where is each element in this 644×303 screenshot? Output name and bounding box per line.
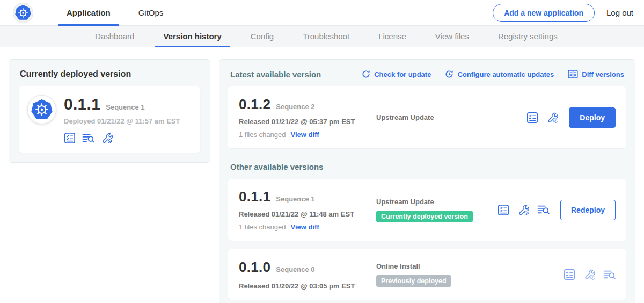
top-nav: Application GitOps Add a new application… xyxy=(0,0,644,26)
deploy-button[interactable]: Deploy xyxy=(569,107,616,128)
view-diff-link[interactable]: View diff xyxy=(290,223,319,231)
view-diff-link[interactable]: View diff xyxy=(290,131,319,139)
subtab-license-label: License xyxy=(378,32,406,41)
preflight-checks-icon[interactable] xyxy=(64,132,76,144)
subtab-dashboard-label: Dashboard xyxy=(95,32,134,41)
version-source-label: Online Install xyxy=(376,262,564,270)
edit-config-icon[interactable] xyxy=(546,112,558,124)
version-source-label: Upstream Update xyxy=(376,198,497,206)
auto-update-icon xyxy=(445,70,453,78)
add-application-button[interactable]: Add a new application xyxy=(493,4,595,22)
version-card-0-1-0: 0.1.0 Sequence 0 Released 01/20/22 @ 03:… xyxy=(228,249,626,300)
deployed-sequence-label: Sequence 1 xyxy=(106,103,144,111)
files-changed-label: 1 files changed xyxy=(239,131,286,139)
preflight-checks-icon[interactable] xyxy=(526,112,538,124)
subtab-version-history[interactable]: Version history xyxy=(149,26,236,47)
preflight-checks-icon[interactable] xyxy=(497,204,509,216)
other-versions-heading: Other available versions xyxy=(230,162,624,171)
version-number: 0.1.1 xyxy=(239,189,270,205)
sequence-label: Sequence 2 xyxy=(276,103,314,111)
edit-config-icon[interactable] xyxy=(101,132,113,144)
deploy-logs-icon[interactable] xyxy=(603,269,616,280)
main-content: Currently deployed version 0.1.1 Sequenc… xyxy=(0,47,644,303)
app-logo xyxy=(27,95,56,124)
available-versions-panel: Latest available version Check for updat… xyxy=(219,59,635,303)
currently-deployed-panel: Currently deployed version 0.1.1 Sequenc… xyxy=(9,59,210,163)
subtab-version-history-label: Version history xyxy=(163,32,221,41)
check-for-update-link[interactable]: Check for update xyxy=(362,70,431,78)
subtab-config-label: Config xyxy=(251,32,274,41)
version-number: 0.1.0 xyxy=(239,259,270,276)
subtab-troubleshoot[interactable]: Troubleshoot xyxy=(288,26,364,47)
sequence-label: Sequence 0 xyxy=(276,265,314,273)
deploy-logs-icon[interactable] xyxy=(82,133,94,144)
edit-config-icon[interactable] xyxy=(517,204,529,216)
tab-application[interactable]: Application xyxy=(53,0,125,25)
deployed-timestamp: Deployed 01/21/22 @ 11:57 am EST xyxy=(64,117,180,125)
version-number: 0.1.2 xyxy=(239,96,270,113)
subtab-view-files[interactable]: View files xyxy=(421,26,484,47)
configure-automatic-updates-label: Configure automatic updates xyxy=(457,70,554,78)
version-card-0-1-2: 0.1.2 Sequence 2 Released 01/21/22 @ 05:… xyxy=(228,86,626,148)
tab-gitops[interactable]: GitOps xyxy=(125,0,178,25)
redeploy-button[interactable]: Redeploy xyxy=(560,200,616,220)
released-timestamp: Released 01/20/22 @ 03:05 pm EST xyxy=(239,282,376,290)
subtab-view-files-label: View files xyxy=(435,32,469,41)
logout-link[interactable]: Log out xyxy=(606,8,633,17)
deploy-logs-icon[interactable] xyxy=(537,204,550,215)
app-sub-nav: Dashboard Version history Config Trouble… xyxy=(0,26,644,47)
refresh-icon xyxy=(362,70,370,78)
version-source-label: Upstream Update xyxy=(376,113,526,121)
subtab-dashboard[interactable]: Dashboard xyxy=(80,26,149,47)
tab-gitops-label: GitOps xyxy=(138,8,164,17)
diff-icon xyxy=(568,69,578,79)
edit-config-icon[interactable] xyxy=(583,269,595,280)
sequence-label: Sequence 1 xyxy=(276,195,314,203)
currently-deployed-badge: Currently deployed version xyxy=(376,211,473,222)
deployed-version-number: 0.1.1 xyxy=(64,95,100,113)
released-timestamp: Released 01/21/22 @ 05:37 pm EST xyxy=(239,118,376,126)
files-changed-label: 1 files changed xyxy=(239,223,286,231)
version-card-0-1-1: 0.1.1 Sequence 1 Released 01/21/22 @ 11:… xyxy=(228,179,626,241)
released-timestamp: Released 01/21/22 @ 11:48 am EST xyxy=(239,210,376,218)
tab-application-label: Application xyxy=(67,8,111,17)
subtab-license[interactable]: License xyxy=(364,26,421,47)
currently-deployed-title: Currently deployed version xyxy=(19,69,200,79)
deployed-version-card: 0.1.1 Sequence 1 Deployed 01/21/22 @ 11:… xyxy=(19,86,200,153)
diff-versions-label: Diff versions xyxy=(582,70,624,78)
preflight-checks-icon[interactable] xyxy=(564,269,575,280)
subtab-troubleshoot-label: Troubleshoot xyxy=(303,32,349,41)
kubernetes-logo xyxy=(13,3,33,23)
configure-automatic-updates-link[interactable]: Configure automatic updates xyxy=(445,70,554,78)
check-for-update-label: Check for update xyxy=(374,70,431,78)
previously-deployed-badge: Previously deployed xyxy=(376,275,451,287)
diff-versions-link[interactable]: Diff versions xyxy=(568,69,624,79)
subtab-registry-settings-label: Registry settings xyxy=(498,32,558,41)
subtab-registry-settings[interactable]: Registry settings xyxy=(484,26,572,47)
subtab-config[interactable]: Config xyxy=(236,26,288,47)
latest-available-heading: Latest available version xyxy=(230,70,321,79)
